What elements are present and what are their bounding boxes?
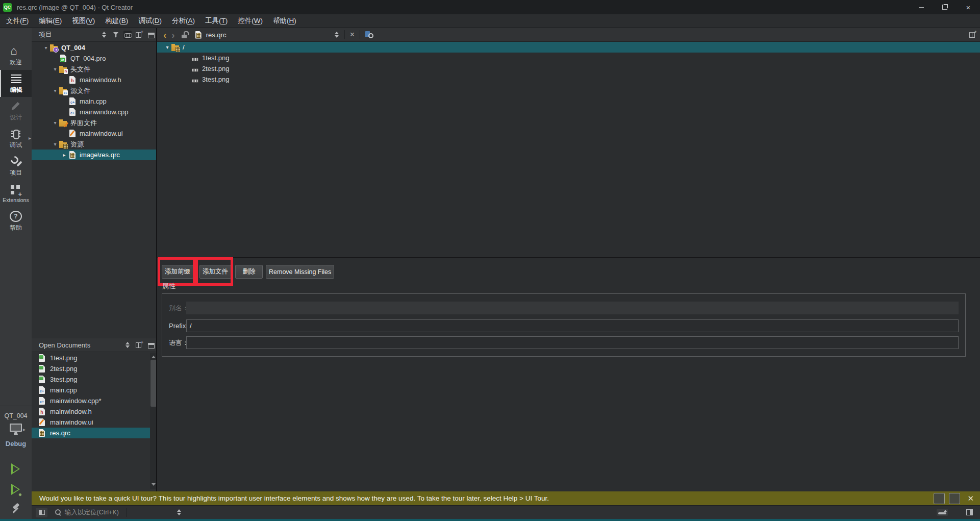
panel-selector-icon[interactable] — [100, 31, 108, 39]
project-tree-row[interactable]: ▾ 界面文件 — [32, 117, 157, 128]
home-icon — [10, 45, 22, 57]
build-button[interactable] — [0, 500, 32, 520]
close-panel-icon[interactable] — [147, 31, 155, 39]
resource-editor-button[interactable]: Remove Missing Files — [266, 265, 334, 279]
right-sidebar-toggle-icon[interactable] — [966, 509, 973, 515]
projects-panel-title[interactable]: 项目 — [39, 30, 52, 39]
open-document-row[interactable]: 1test.png — [32, 353, 150, 363]
chevron-right-icon: ▸ — [23, 427, 26, 432]
menu-help[interactable]: 帮助(H) — [268, 14, 301, 28]
close-panel-icon[interactable] — [147, 341, 155, 349]
do-not-show-again-button[interactable] — [949, 493, 960, 504]
left-sidebar-toggle-button[interactable] — [36, 508, 47, 517]
mode-help[interactable]: 帮助 — [0, 208, 32, 235]
expander-icon[interactable]: ▾ — [42, 45, 50, 51]
menu-file[interactable]: 文件(F) — [1, 14, 34, 28]
app-logo-icon: QC — [3, 3, 12, 12]
project-tree-row[interactable]: ▾ QT_004 — [32, 42, 157, 53]
resource-row[interactable]: 2test.png — [157, 63, 980, 74]
menu-tools[interactable]: 工具(T) — [200, 14, 233, 28]
ui-tour-notification: Would you like to take a quick UI tour? … — [32, 491, 980, 505]
kit-device-button[interactable]: ▸ — [8, 424, 23, 437]
mode-extensions[interactable]: Extensions — [0, 180, 32, 207]
close-document-icon[interactable]: × — [348, 31, 357, 39]
resource-editor-button[interactable]: 添加前缀 — [162, 265, 193, 279]
projects-panel-header: 项目 — [32, 28, 157, 42]
run-button[interactable] — [0, 459, 32, 480]
open-document-row[interactable]: 3test.png — [32, 374, 150, 385]
menu-build[interactable]: 构建(B) — [100, 14, 133, 28]
filter-icon[interactable] — [112, 31, 120, 39]
forward-icon[interactable]: › — [171, 30, 174, 40]
menu-edit[interactable]: 编辑(E) — [34, 14, 67, 28]
split-panel-icon[interactable] — [135, 31, 143, 39]
project-tree-row[interactable]: QT_004.pro — [32, 53, 157, 64]
open-documents-header: Open Documents — [32, 338, 157, 352]
close-button[interactable]: × — [957, 0, 980, 14]
resource-row[interactable]: 1test.png — [157, 53, 980, 63]
mode-projects[interactable]: 项目 — [0, 153, 32, 180]
mode-debug[interactable]: 调试 — [0, 125, 32, 152]
menu-debug[interactable]: 调试(D) — [133, 14, 167, 28]
mode-edit[interactable]: 编辑 — [0, 70, 32, 97]
project-tree-row[interactable]: ▾ 源文件 — [32, 85, 157, 96]
expander-icon[interactable]: ▾ — [163, 44, 171, 50]
resource-row[interactable]: ▾ / — [157, 42, 980, 53]
mode-welcome[interactable]: 欢迎 — [0, 42, 32, 69]
locator-input[interactable]: 输入以定位(Ctrl+K) — [65, 508, 119, 517]
open-document-row[interactable]: mainwindow.h — [32, 406, 150, 417]
project-tree-row[interactable]: ▸ image\res.qrc — [32, 150, 157, 160]
document-dropdown[interactable]: res.qrc — [194, 28, 341, 42]
open-documents-title[interactable]: Open Documents — [39, 341, 90, 349]
expander-icon[interactable]: ▾ — [51, 120, 59, 126]
open-document-row[interactable]: res.qrc — [32, 428, 150, 438]
build-progress-icon[interactable] — [937, 509, 948, 516]
titlebar: QC res.qrc (image @ QT_004) - Qt Creator… — [0, 0, 980, 14]
resource-editor-button[interactable]: 添加文件 — [199, 265, 231, 279]
notification-close-icon[interactable]: ✕ — [967, 494, 974, 503]
output-pane-arrows-icon[interactable] — [175, 507, 183, 517]
restore-button[interactable] — [933, 0, 957, 14]
prefix-row: Prefix: / — [162, 319, 965, 332]
open-documents-header-bar: Open Documents — [32, 338, 157, 352]
back-icon[interactable]: ‹ — [163, 30, 166, 40]
project-tree-row[interactable]: ▾ 资源 — [32, 139, 157, 150]
source-folder-icon — [59, 87, 67, 95]
language-input[interactable] — [186, 336, 959, 349]
split-editor-icon[interactable] — [969, 31, 977, 39]
open-document-row[interactable]: mainwindow.cpp* — [32, 395, 150, 406]
project-tree-row[interactable]: ▾ 头文件 — [32, 64, 157, 75]
expander-icon[interactable]: ▾ — [51, 66, 59, 72]
minimize-button[interactable] — [910, 0, 933, 14]
menu-widgets[interactable]: 控件(W) — [233, 14, 268, 28]
debug-icon — [10, 128, 22, 139]
cpp-file-icon — [39, 386, 45, 394]
monitor-icon — [10, 424, 22, 432]
project-tree-row[interactable]: mainwindow.ui — [32, 128, 157, 139]
symbol-search-icon[interactable] — [365, 31, 374, 39]
open-document-row[interactable]: mainwindow.ui — [32, 417, 150, 428]
mode-design[interactable]: 设计 — [0, 97, 32, 125]
resource-editor-button[interactable]: 删除 — [235, 265, 263, 279]
menubar: 文件(F)编辑(E)视图(V)构建(B)调试(D)分析(A)工具(T)控件(W)… — [0, 14, 980, 28]
expander-icon[interactable]: ▸ — [60, 152, 68, 158]
resource-row[interactable]: 3test.png — [157, 74, 980, 85]
prefix-input[interactable]: / — [186, 319, 959, 332]
menu-analyze[interactable]: 分析(A) — [167, 14, 200, 28]
split-panel-icon[interactable] — [135, 341, 143, 349]
project-tree-row[interactable]: mainwindow.h — [32, 75, 157, 85]
debug-run-button[interactable] — [0, 480, 32, 500]
menu-view[interactable]: 视图(V) — [67, 14, 100, 28]
project-tree-row[interactable]: mainwindow.cpp — [32, 107, 157, 117]
project-tree-row[interactable]: main.cpp — [32, 96, 157, 107]
sync-with-editor-icon[interactable] — [123, 31, 132, 39]
panel-selector-icon[interactable] — [123, 341, 132, 349]
ui-folder-icon — [59, 119, 67, 127]
divider — [157, 257, 980, 258]
expander-icon[interactable]: ▾ — [51, 88, 59, 93]
open-document-row[interactable]: main.cpp — [32, 385, 150, 395]
take-ui-tour-button[interactable] — [934, 493, 945, 504]
unlock-icon[interactable] — [181, 31, 188, 39]
open-document-row[interactable]: 2test.png — [32, 363, 150, 374]
expander-icon[interactable]: ▾ — [51, 141, 59, 147]
